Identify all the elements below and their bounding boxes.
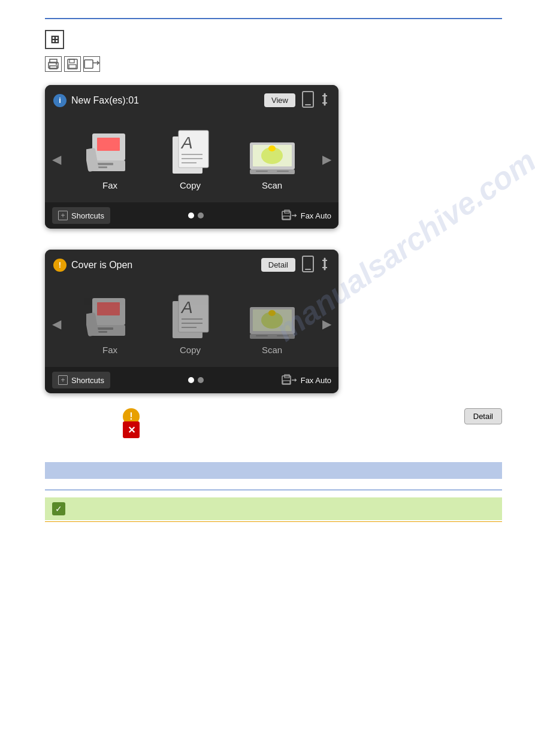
svg-rect-34 <box>283 216 290 219</box>
screen2-fax-icon <box>86 295 134 340</box>
screen1-footer: + Shortcuts Fax Auto <box>45 202 338 229</box>
error-x-icon: ✕ <box>123 421 140 438</box>
svg-text:A: A <box>180 133 193 152</box>
screen2-message: Cover is Open <box>71 260 132 271</box>
scan-icon <box>247 136 298 175</box>
screen1-body: ◀ Fax <box>45 116 338 202</box>
screen2-copy-icon: A <box>170 292 211 340</box>
device-screen-1: i New Fax(es):01 View <box>45 85 338 229</box>
screen2-shortcuts-label: Shortcuts <box>71 376 104 385</box>
svg-point-28 <box>268 145 276 151</box>
screen1-shortcuts-button[interactable]: + Shortcuts <box>52 207 110 224</box>
screen2-wrench-icon <box>319 257 330 272</box>
screen2-fax-app[interactable]: Fax <box>86 295 134 355</box>
screen1-dots <box>115 212 277 218</box>
fax-icon <box>86 130 134 175</box>
screen2-body: ◀ Fax <box>45 280 338 367</box>
blue-bar <box>45 462 502 479</box>
screen1-info-area: i New Fax(es):01 <box>53 94 258 107</box>
svg-rect-38 <box>305 269 311 270</box>
error-icons-area: ! ✕ <box>123 408 147 444</box>
svg-rect-9 <box>305 104 311 105</box>
screen2-fax-auto-icon <box>282 374 297 386</box>
svg-rect-30 <box>256 171 268 172</box>
warning-icon: ! <box>53 259 67 272</box>
svg-rect-60 <box>277 335 289 336</box>
top-divider <box>45 18 502 19</box>
screen1-copy-label: Copy <box>180 180 201 190</box>
screen2-left-arrow[interactable]: ◀ <box>45 317 68 331</box>
screen1-header: i New Fax(es):01 View <box>45 85 338 116</box>
phone-icon <box>301 91 315 110</box>
svg-marker-65 <box>295 378 297 382</box>
screen2-phone-icon <box>301 256 315 274</box>
standalone-detail-button[interactable]: Detail <box>464 408 502 424</box>
bottom-gold-divider <box>45 521 502 522</box>
screen1-apps: Fax A Copy <box>68 127 315 190</box>
screen2-copy-label: Copy <box>180 345 201 355</box>
screen1-scan-app[interactable]: Scan <box>247 136 298 190</box>
device-screen-2: ! Cover is Open Detail <box>45 250 338 393</box>
bottom-divider <box>45 490 502 490</box>
svg-text:A: A <box>180 298 193 317</box>
svg-rect-14 <box>97 138 120 151</box>
screen2-fax-auto: Fax Auto <box>282 374 331 386</box>
screen2-right-arrow[interactable]: ▶ <box>315 317 338 331</box>
screen2-scan-icon <box>247 301 298 340</box>
document-arrow-icon <box>83 56 100 72</box>
screen1-scan-label: Scan <box>262 180 282 190</box>
screen2-scan-app[interactable]: Scan <box>247 301 298 355</box>
printer-icon <box>45 56 62 72</box>
screen1-fax-auto-label: Fax Auto <box>301 211 331 220</box>
error-detail-row: ! ✕ Detail <box>45 408 502 444</box>
svg-rect-63 <box>283 381 290 384</box>
screen1-fax-label: Fax <box>102 180 117 190</box>
screen1-plus-icon: + <box>58 211 68 220</box>
screen1-message: New Fax(es):01 <box>71 95 139 106</box>
screen2-detail-button[interactable]: Detail <box>261 258 295 272</box>
floppy-icon <box>64 56 81 72</box>
screen1-dot-1 <box>188 212 194 218</box>
screen1-left-arrow[interactable]: ◀ <box>45 152 68 166</box>
screen2-header: ! Cover is Open Detail <box>45 250 338 280</box>
svg-rect-7 <box>84 60 93 68</box>
screen2-fax-label: Fax <box>102 345 117 355</box>
screen2-copy-app[interactable]: A Copy <box>170 292 211 355</box>
svg-rect-5 <box>69 59 74 63</box>
svg-point-57 <box>268 310 276 316</box>
green-check-icon: ✓ <box>52 502 65 515</box>
screen2-dot-1 <box>188 377 194 383</box>
green-bar: ✓ <box>45 497 502 520</box>
wrench-icon <box>319 93 330 108</box>
screen1-shortcuts-label: Shortcuts <box>71 211 104 220</box>
screen2-scan-label: Scan <box>262 345 282 355</box>
fax-auto-icon <box>282 210 297 221</box>
icon-row-2 <box>45 56 502 72</box>
screen1-fax-app[interactable]: Fax <box>86 130 134 190</box>
screen1-right-arrow[interactable]: ▶ <box>315 152 338 166</box>
screen1-header-icons <box>301 91 330 110</box>
screen2-info-area: ! Cover is Open <box>53 259 255 272</box>
svg-point-3 <box>56 63 57 65</box>
screen2-dots <box>115 377 277 383</box>
screen1-fax-auto: Fax Auto <box>282 210 331 221</box>
screen2-footer: + Shortcuts Fax Auto <box>45 367 338 393</box>
svg-rect-59 <box>256 335 268 336</box>
screen2-apps: Fax A Copy <box>68 292 315 355</box>
screen2-dot-2 <box>198 377 204 383</box>
svg-rect-2 <box>50 66 57 69</box>
screen2-plus-icon: + <box>58 375 68 385</box>
svg-rect-43 <box>97 302 120 315</box>
screen1-dot-2 <box>198 212 204 218</box>
svg-marker-36 <box>295 214 297 217</box>
screen2-shortcuts-button[interactable]: + Shortcuts <box>52 372 110 388</box>
copy-icon: A <box>170 127 211 175</box>
screen2-header-icons <box>301 256 330 274</box>
svg-rect-31 <box>277 171 289 172</box>
view-button[interactable]: View <box>264 93 295 107</box>
info-icon: i <box>53 94 67 107</box>
icon-row-1: ⊞ <box>45 30 502 49</box>
plus-square-icon: ⊞ <box>45 30 64 49</box>
svg-rect-6 <box>69 65 76 68</box>
screen1-copy-app[interactable]: A Copy <box>170 127 211 190</box>
